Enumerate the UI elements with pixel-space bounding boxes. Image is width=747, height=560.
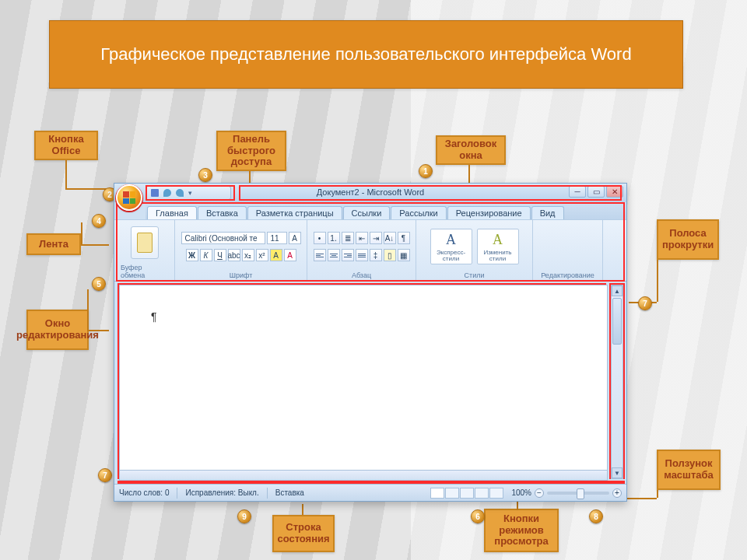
zoom-control: 100% − + [511, 488, 622, 498]
grow-font-icon[interactable]: A [289, 232, 301, 244]
label-ribbon: Лента [26, 233, 81, 255]
connector [81, 222, 82, 244]
label-window-title: Заголовок окна [436, 135, 506, 165]
change-styles-icon: A [493, 232, 503, 248]
marker-7-left: 7 [98, 468, 112, 482]
status-word-count[interactable]: Число слов: 0 [119, 488, 169, 497]
print-layout-view-button[interactable] [430, 488, 444, 499]
ribbon-group-paragraph: • 1. ≣ ⇤ ⇥ A↓ ¶ ‡ ▯ [307, 220, 416, 281]
tab-view[interactable]: Вид [531, 206, 564, 219]
slide-title: Графическое представление пользовательск… [100, 44, 631, 65]
minimize-button[interactable]: ─ [569, 186, 586, 198]
status-insert-mode[interactable]: Вставка [275, 488, 304, 497]
office-logo-icon [123, 191, 135, 204]
connector [657, 260, 658, 302]
underline-button[interactable]: Ч [214, 249, 226, 261]
status-proofing[interactable]: Исправления: Выкл. [185, 488, 258, 497]
indent-dec-icon[interactable]: ⇤ [356, 232, 368, 244]
office-button[interactable] [116, 184, 142, 211]
draft-view-button[interactable] [489, 488, 503, 499]
group-label: Стили [465, 271, 485, 279]
bold-button[interactable]: Ж [186, 249, 198, 261]
label-view-buttons: Кнопки режимов просмотра [484, 509, 559, 552]
label-edit-window: Окно редактирования [26, 310, 89, 350]
sup-button[interactable]: x² [256, 249, 268, 261]
zoom-percent[interactable]: 100% [511, 488, 531, 497]
slide-title-banner: Графическое представление пользовательск… [49, 20, 683, 89]
window-controls: ─ ▭ ✕ [569, 186, 623, 198]
ribbon-group-clipboard: Буфер обмена [114, 220, 175, 281]
font-color-icon[interactable]: A [284, 249, 296, 261]
highlight-color-icon[interactable]: A [270, 249, 282, 261]
strike-button[interactable]: abc [228, 249, 240, 261]
multilevel-icon[interactable]: ≣ [342, 232, 354, 244]
label-text: Кнопки режимов просмотра [490, 513, 552, 548]
align-center-icon[interactable] [328, 249, 340, 261]
marker-7-right: 7 [638, 296, 652, 310]
label-text: Заголовок окна [442, 138, 500, 162]
window-title: Документ2 - Microsoft Word [114, 187, 626, 197]
tab-mailings[interactable]: Рассылки [391, 206, 446, 219]
marker-3: 3 [198, 168, 212, 182]
indent-inc-icon[interactable]: ⇥ [370, 232, 382, 244]
align-right-icon[interactable] [342, 249, 354, 261]
web-layout-view-button[interactable] [460, 488, 474, 499]
scroll-up-icon[interactable]: ▲ [612, 285, 622, 296]
italic-button[interactable]: К [200, 249, 212, 261]
scroll-down-icon[interactable]: ▼ [612, 467, 622, 478]
line-spacing-icon[interactable]: ‡ [370, 249, 382, 261]
full-screen-view-button[interactable] [445, 488, 459, 499]
document-area[interactable]: ¶ [119, 285, 608, 479]
scroll-thumb[interactable] [612, 298, 622, 345]
label-text: Панель быстрого доступа [223, 134, 280, 169]
label-zoom-slider: Ползунок масштаба [657, 450, 721, 490]
vertical-scrollbar[interactable]: ▲ ▼ [611, 285, 623, 479]
separator [177, 488, 177, 499]
outline-view-button[interactable] [475, 488, 489, 499]
paste-button[interactable] [131, 226, 159, 259]
label-text: Строка состояния [277, 522, 329, 545]
align-left-icon[interactable] [314, 249, 326, 261]
tab-pagelayout[interactable]: Разметка страницы [247, 206, 342, 219]
maximize-button[interactable]: ▭ [587, 186, 605, 198]
zoom-slider[interactable] [547, 492, 609, 495]
ribbon-group-styles: A Экспресс-стили A Изменить стили Стили [416, 220, 533, 281]
label-office-button: Кнопка Office [34, 131, 98, 160]
label-text: Ползунок масштаба [663, 458, 714, 481]
tab-insert[interactable]: Вставка [198, 206, 247, 219]
view-mode-buttons [430, 488, 503, 499]
numbering-icon[interactable]: 1. [328, 232, 340, 244]
tab-review[interactable]: Рецензирование [447, 206, 531, 219]
group-label: Абзац [352, 271, 371, 279]
tab-home[interactable]: Главная [147, 206, 197, 219]
justify-icon[interactable] [356, 249, 368, 261]
sort-icon[interactable]: A↓ [384, 232, 396, 244]
font-size-select[interactable]: 11 [267, 232, 287, 244]
zoom-out-button[interactable]: − [535, 488, 544, 498]
label-quick-access: Панель быстрого доступа [216, 131, 286, 171]
tab-references[interactable]: Ссылки [343, 206, 391, 219]
zoom-in-button[interactable]: + [612, 488, 622, 498]
connector [65, 160, 67, 188]
marker-5: 5 [92, 277, 106, 291]
close-button[interactable]: ✕ [606, 186, 623, 198]
change-styles-button[interactable]: A Изменить стили [477, 229, 519, 264]
horizontal-scrollbar[interactable] [119, 470, 608, 481]
font-name-select[interactable]: Calibri (Основной те [181, 232, 265, 244]
title-bar: ▾ Документ2 - Microsoft Word ─ ▭ ✕ [114, 184, 626, 202]
bullets-icon[interactable]: • [314, 232, 326, 244]
quick-styles-button[interactable]: A Экспресс-стили [430, 229, 472, 264]
label-text: Окно редактирования [16, 318, 99, 341]
connector [81, 244, 109, 246]
shading-icon[interactable]: ▯ [384, 249, 396, 261]
separator [267, 488, 268, 499]
connector [657, 490, 658, 498]
label-text: Полоса прокрутки [662, 228, 714, 251]
status-bar: Число слов: 0 Исправления: Выкл. Вставка… [114, 484, 626, 501]
pilcrow-icon[interactable]: ¶ [398, 232, 410, 244]
marker-4: 4 [92, 214, 106, 228]
borders-icon[interactable]: ▦ [398, 249, 410, 261]
label-statusbar: Строка состояния [272, 515, 335, 552]
sub-button[interactable]: x₂ [242, 249, 254, 261]
group-label: Редактирование [541, 271, 594, 279]
